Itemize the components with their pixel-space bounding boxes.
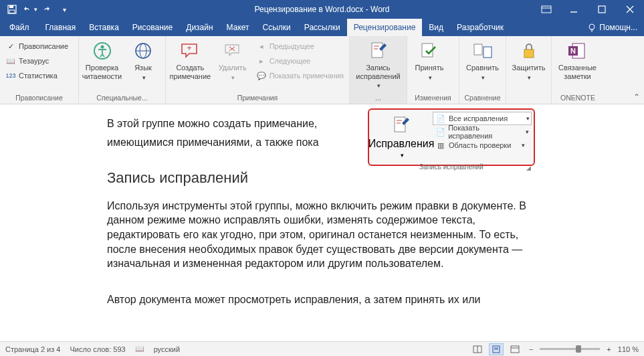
group-compare-label: Сравнение (462, 92, 503, 104)
onenote-icon: N (566, 40, 588, 62)
show-markup-label: Показать исправления (448, 124, 522, 140)
group-comments-label: Примечания (169, 92, 346, 104)
svg-text:N: N (571, 47, 576, 55)
lock-icon (518, 40, 540, 62)
close-button[interactable] (616, 0, 644, 19)
tab-insert[interactable]: Вставка (82, 19, 126, 36)
page-lines-icon: 📄 (435, 113, 446, 124)
zoom-in-button[interactable]: + (604, 345, 613, 353)
tab-developer[interactable]: Разработчик (450, 19, 510, 36)
next-comment-label: Следующее (270, 57, 311, 65)
proof-indicator[interactable]: 📖 (135, 345, 144, 353)
page-icon: 📄 (435, 126, 445, 137)
comment-add-icon: + (179, 40, 201, 62)
book-check-icon: 📖 (135, 345, 144, 353)
svg-rect-3 (542, 6, 551, 13)
maximize-button[interactable] (588, 0, 616, 19)
dialog-launcher-icon[interactable]: ◢ (526, 165, 531, 171)
window-title: Рецензирование в Word.docx - Word (255, 5, 390, 14)
thesaurus-button[interactable]: 📖Тезаурус (3, 54, 71, 68)
group-changes-label: Изменения (410, 92, 456, 104)
qat-customize[interactable]: ▾ (56, 1, 72, 17)
svg-rect-24 (474, 44, 482, 55)
minimize-button[interactable] (560, 0, 588, 19)
redo-button[interactable] (39, 1, 55, 17)
web-layout-button[interactable] (508, 343, 522, 355)
display-review-value: Все исправления (449, 114, 508, 122)
tab-layout[interactable]: Макет (220, 19, 256, 36)
doc-paragraph: имеющимися примечаниями, а также пока (107, 137, 319, 148)
word-count-indicator[interactable]: Число слов: 593 (70, 345, 125, 353)
ribbon-display-icon[interactable] (537, 0, 556, 19)
page-indicator[interactable]: Страница 2 из 4 (5, 345, 60, 353)
tab-design[interactable]: Дизайн (179, 19, 219, 36)
prev-comment-label: Предыдущее (270, 42, 314, 50)
save-button[interactable] (4, 1, 20, 17)
svg-rect-25 (484, 47, 492, 58)
doc-paragraph: В этой группе можно создать примечание, (107, 118, 317, 129)
zoom-slider[interactable] (540, 348, 600, 350)
next-comment-button[interactable]: ▸Следующее (253, 54, 346, 68)
show-comments-label: Показать примечания (270, 72, 344, 80)
doc-paragraph: Автор документа может просмотреть исправ… (107, 292, 537, 307)
show-markup-button[interactable]: 📄Показать исправления▾ (433, 125, 532, 139)
display-for-review-combo[interactable]: 📄Все исправления ▾ (433, 112, 532, 125)
collapse-ribbon-button[interactable]: ⌃ (633, 92, 640, 102)
read-mode-button[interactable] (470, 343, 485, 355)
language-indicator[interactable]: русский (154, 345, 180, 353)
new-comment-label: Создать примечание (169, 64, 211, 80)
svg-point-9 (589, 24, 595, 29)
spelling-button[interactable]: ✓Правописание (3, 39, 71, 54)
globe-icon (132, 40, 154, 62)
tell-me[interactable]: Помощн... (587, 23, 637, 32)
comments-icon: 💬 (256, 70, 267, 81)
spelling-label: Правописание (19, 42, 68, 50)
reviewing-pane-button[interactable]: ▥Область проверки ▾ (433, 139, 532, 152)
protect-button[interactable]: Защитить▾ (509, 37, 548, 82)
check-abc-icon: ✓ (5, 41, 16, 52)
stats-icon: 123 (5, 70, 16, 81)
compare-label: Сравнить (466, 64, 499, 72)
check-accessibility-button[interactable]: Проверка читаемости (82, 37, 122, 82)
tab-draw[interactable]: Рисование (126, 19, 179, 36)
ribbon-tabs: Файл Главная Вставка Рисование Дизайн Ма… (0, 19, 644, 36)
new-comment-button[interactable]: + Создать примечание (169, 37, 212, 82)
statusbar: Страница 2 из 4 Число слов: 593 📖 русски… (0, 341, 644, 356)
svg-rect-2 (9, 10, 15, 13)
tab-references[interactable]: Ссылки (256, 19, 298, 36)
track-changes-icon (368, 40, 389, 62)
tab-review[interactable]: Рецензирование (347, 19, 423, 36)
callout-track-button[interactable]: Исправления▾ (371, 112, 431, 161)
delete-comment-button[interactable]: Удалить▾ (213, 37, 252, 82)
show-comments-button[interactable]: 💬Показать примечания (253, 68, 346, 83)
compare-button[interactable]: Сравнить▾ (462, 37, 503, 82)
linked-notes-label: Связанные заметки (558, 64, 597, 80)
word-count-button[interactable]: 123Статистика (3, 68, 71, 83)
svg-point-13 (100, 46, 104, 49)
lightbulb-icon (587, 23, 597, 32)
group-proofing-label: Правописание (3, 92, 76, 104)
tab-home[interactable]: Главная (39, 19, 83, 36)
track-changes-button[interactable]: Запись исправлений▾ (352, 37, 404, 91)
doc-paragraph: Используя инструменты этой группы, можно… (107, 199, 537, 271)
tab-view[interactable]: Вид (422, 19, 450, 36)
track-changes-icon (391, 114, 412, 136)
svg-rect-6 (599, 6, 605, 13)
prev-comment-button[interactable]: ◂Предыдущее (253, 39, 346, 54)
svg-rect-26 (524, 50, 534, 58)
zoom-level[interactable]: 110 % (618, 345, 639, 353)
svg-text:+: + (187, 43, 192, 53)
linked-notes-button[interactable]: N Связанные заметки (554, 37, 601, 82)
accept-button[interactable]: Принять▾ (410, 37, 449, 82)
tab-mailings[interactable]: Рассылки (298, 19, 347, 36)
zoom-out-button[interactable]: − (526, 345, 536, 353)
word-count-label: Статистика (19, 72, 58, 80)
document-area[interactable]: В этой группе можно создать примечание, … (0, 104, 644, 341)
language-button[interactable]: Язык▾ (124, 37, 163, 82)
titlebar: ▾ ▾ Рецензирование в Word.docx - Word (0, 0, 644, 19)
print-layout-button[interactable] (489, 343, 504, 355)
undo-button[interactable]: ▾ (21, 1, 37, 17)
group-accessibility-label: Специальные... (82, 92, 163, 104)
tab-file[interactable]: Файл (0, 19, 39, 36)
accept-label: Принять (415, 64, 444, 72)
